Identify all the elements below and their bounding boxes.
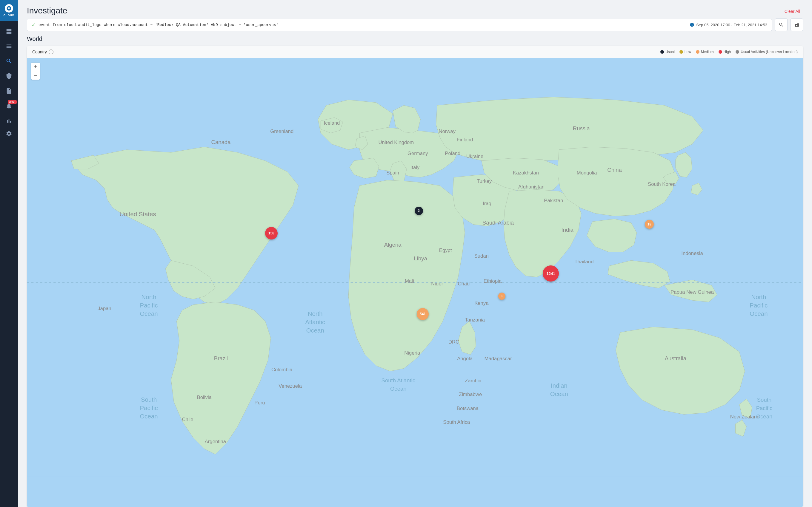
sidebar-item-list[interactable] [0, 39, 18, 54]
marker-us[interactable]: 158 [265, 227, 277, 239]
map-container[interactable]: United States Canada Brazil Bolivia Chil… [27, 58, 803, 507]
svg-text:Egypt: Egypt [439, 247, 452, 253]
marker-eu[interactable]: 3 [415, 207, 423, 215]
svg-text:Afghanistan: Afghanistan [518, 184, 545, 190]
sidebar-item-alerts[interactable]: 9999+ [0, 99, 18, 113]
svg-text:Pacific: Pacific [140, 302, 158, 309]
logo-icon [5, 4, 13, 12]
svg-text:South: South [141, 396, 157, 403]
svg-text:Saudi Arabia: Saudi Arabia [483, 220, 514, 226]
legend-unknown-dot [735, 50, 739, 54]
marker-india[interactable]: 1241 [543, 266, 559, 282]
svg-text:North: North [142, 294, 156, 300]
svg-text:Ethiopia: Ethiopia [484, 278, 502, 284]
sidebar-item-shield[interactable] [0, 69, 18, 83]
svg-text:Chad: Chad [458, 281, 470, 287]
marker-africa-e[interactable]: 1 [498, 293, 505, 300]
query-valid-icon: ✓ [32, 22, 36, 28]
legend-high-label: High [724, 50, 731, 54]
sidebar-item-dashboard[interactable] [0, 24, 18, 39]
svg-text:Papua New Guinea: Papua New Guinea [670, 289, 714, 295]
svg-text:Pacific: Pacific [140, 405, 158, 411]
legend-high: High [719, 50, 731, 54]
clear-all-button[interactable]: Clear All [781, 7, 803, 15]
alerts-badge: 9999+ [8, 100, 17, 104]
search-bar-container: ✓ event from cloud.audit_logs where clou… [18, 18, 812, 36]
main-content: Investigate Clear All ✓ event from cloud… [18, 0, 812, 507]
svg-text:South Africa: South Africa [443, 419, 470, 425]
svg-text:Argentina: Argentina [205, 439, 226, 444]
query-text: event from cloud.audit_logs where cloud.… [39, 23, 682, 27]
svg-text:Russia: Russia [573, 125, 590, 131]
sidebar-item-investigate[interactable] [0, 54, 18, 69]
svg-text:Peru: Peru [254, 400, 265, 406]
svg-text:Italy: Italy [410, 165, 420, 170]
save-icon [794, 22, 800, 27]
svg-text:Ocean: Ocean [140, 413, 158, 419]
svg-text:Indonesia: Indonesia [681, 250, 703, 256]
svg-text:Madagascar: Madagascar [485, 356, 512, 361]
svg-text:Chile: Chile [182, 417, 194, 422]
svg-text:Canada: Canada [211, 139, 231, 145]
svg-text:Spain: Spain [386, 170, 399, 176]
zoom-in-button[interactable]: + [31, 63, 40, 71]
svg-text:Sudan: Sudan [474, 253, 489, 259]
svg-text:Pacific: Pacific [756, 405, 773, 411]
world-map-svg: United States Canada Brazil Bolivia Chil… [27, 58, 803, 507]
svg-text:Finland: Finland [457, 137, 473, 143]
date-range-text: Sep 05, 2020 17:00 - Feb 21, 2021 14:53 [696, 23, 767, 27]
svg-text:Kenya: Kenya [474, 300, 489, 306]
legend-usual-label: Usual [665, 50, 675, 54]
app-logo[interactable]: CLOUD [0, 0, 18, 21]
svg-text:Iceland: Iceland [323, 120, 340, 126]
legend-unknown: Usual Activities (Unknown Location) [735, 50, 798, 54]
sidebar-item-chart[interactable] [0, 113, 18, 128]
sidebar-item-settings[interactable] [0, 128, 18, 143]
svg-text:Ocean: Ocean [550, 391, 568, 397]
svg-text:DRC: DRC [448, 339, 459, 345]
svg-text:United Kingdom: United Kingdom [378, 139, 414, 145]
legend-medium: Medium [696, 50, 714, 54]
date-range: Sep 05, 2020 17:00 - Feb 21, 2021 14:53 [685, 22, 767, 27]
map-card: Country i Usual Low Medium [27, 46, 803, 507]
svg-text:Australia: Australia [665, 355, 687, 361]
svg-text:North: North [308, 311, 323, 317]
legend-high-dot [719, 50, 722, 54]
legend-medium-dot [696, 50, 700, 54]
svg-text:Pacific: Pacific [750, 302, 767, 309]
sidebar-item-report[interactable] [0, 83, 18, 99]
svg-text:Norway: Norway [439, 128, 456, 134]
marker-africa-w[interactable]: 541 [417, 308, 429, 320]
svg-text:Angola: Angola [457, 356, 473, 361]
svg-text:Ocean: Ocean [756, 413, 773, 419]
svg-text:Poland: Poland [445, 151, 460, 156]
svg-text:Ocean: Ocean [306, 327, 324, 334]
search-button[interactable] [775, 18, 788, 31]
svg-text:Colombia: Colombia [271, 367, 293, 373]
map-header-left: Country i [32, 50, 53, 54]
svg-text:Ocean: Ocean [390, 386, 407, 392]
info-icon[interactable]: i [49, 50, 53, 54]
svg-text:Mali: Mali [405, 278, 414, 284]
legend-low-dot [679, 50, 683, 54]
zoom-controls: + − [31, 63, 40, 79]
svg-text:Germany: Germany [407, 151, 428, 156]
marker-korea[interactable]: 15 [645, 220, 654, 229]
query-box: ✓ event from cloud.audit_logs where clou… [27, 19, 772, 31]
svg-text:Tanzania: Tanzania [465, 317, 485, 323]
sidebar: CLOUD 9999+ [0, 0, 18, 507]
svg-text:Mongolia: Mongolia [577, 170, 597, 176]
svg-text:India: India [562, 227, 574, 233]
legend-usual-dot [660, 50, 664, 54]
zoom-out-button[interactable]: − [31, 71, 40, 79]
clock-icon [690, 22, 694, 27]
svg-text:Botswana: Botswana [457, 406, 479, 411]
header: Investigate Clear All [18, 0, 812, 18]
svg-text:South Korea: South Korea [648, 181, 676, 187]
world-section: World Country i Usual Low [18, 36, 812, 507]
save-button[interactable] [791, 18, 803, 31]
svg-text:Niger: Niger [431, 281, 443, 287]
legend-low-label: Low [684, 50, 691, 54]
svg-text:United States: United States [119, 211, 156, 217]
svg-text:Algeria: Algeria [384, 241, 402, 248]
